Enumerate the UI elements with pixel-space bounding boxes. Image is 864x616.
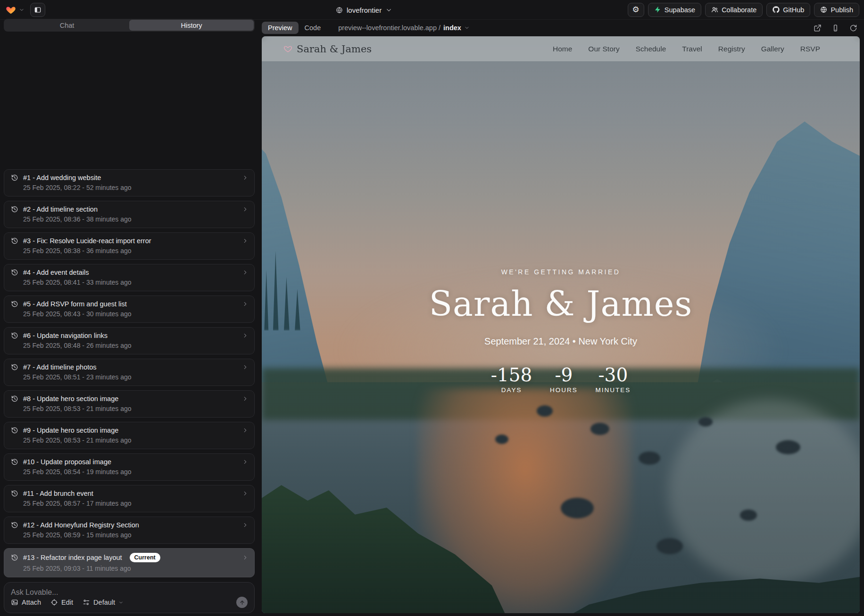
history-icon	[11, 237, 18, 245]
history-item[interactable]: #8 - Update hero section image 25 Feb 20…	[4, 390, 255, 418]
history-item-timestamp: 25 Feb 2025, 08:48 - 26 minutes ago	[23, 342, 249, 349]
globe-icon	[820, 6, 827, 13]
history-item-timestamp: 25 Feb 2025, 08:41 - 33 minutes ago	[23, 279, 249, 286]
countdown-item: -9 HOURS	[546, 366, 581, 394]
history-item-title: #12 - Add Honeyfund Registry Section	[23, 521, 139, 529]
mobile-view-icon[interactable]	[831, 24, 839, 32]
current-badge: Current	[130, 553, 160, 562]
mode-label: Default	[93, 599, 115, 606]
chat-composer: Attach Edit Default	[4, 582, 255, 613]
history-item[interactable]: #7 - Add timeline photos 25 Feb 2025, 08…	[4, 359, 255, 386]
publish-label: Publish	[831, 6, 853, 14]
attach-label: Attach	[22, 599, 41, 606]
tab-code[interactable]: Code	[299, 22, 327, 34]
countdown-label: HOURS	[546, 386, 581, 394]
history-item-header: #10 - Update proposal image	[11, 458, 249, 466]
collaborate-label: Collaborate	[722, 6, 756, 14]
history-item-timestamp: 25 Feb 2025, 08:38 - 36 minutes ago	[23, 247, 249, 255]
site-nav-link[interactable]: Our Story	[588, 45, 619, 53]
attach-button[interactable]: Attach	[11, 599, 41, 606]
history-item-title: #3 - Fix: Resolve Lucide-react import er…	[23, 237, 151, 245]
chevron-right-icon	[242, 554, 249, 561]
history-item[interactable]: #10 - Update proposal image 25 Feb 2025,…	[4, 453, 255, 481]
github-label: GitHub	[783, 6, 804, 14]
site-nav-link[interactable]: Gallery	[761, 45, 784, 53]
collaborate-button[interactable]: Collaborate	[705, 3, 763, 17]
history-item[interactable]: #12 - Add Honeyfund Registry Section 25 …	[4, 517, 255, 544]
edit-mode-button[interactable]: Edit	[50, 599, 73, 606]
history-item[interactable]: #13 - Refactor index page layout Current…	[4, 548, 255, 577]
history-item-header: #8 - Update hero section image	[11, 395, 249, 402]
site-nav-link[interactable]: RSVP	[800, 45, 820, 53]
history-item[interactable]: #1 - Add wedding website 25 Feb 2025, 08…	[4, 169, 255, 197]
history-item-timestamp: 25 Feb 2025, 08:36 - 38 minutes ago	[23, 215, 249, 223]
preview-url-selector[interactable]: preview--lovefrontier.lovable.app / inde…	[338, 24, 470, 32]
history-item[interactable]: #6 - Update navigation links 25 Feb 2025…	[4, 327, 255, 354]
tab-preview[interactable]: Preview	[262, 22, 299, 34]
history-item[interactable]: #4 - Add event details 25 Feb 2025, 08:4…	[4, 264, 255, 291]
supabase-bolt-icon	[654, 6, 661, 13]
history-item-header: #13 - Refactor index page layout Current	[11, 553, 249, 562]
sliders-icon	[83, 599, 90, 606]
settings-button[interactable]: ⚙	[628, 3, 644, 17]
history-item-title: #7 - Add timeline photos	[23, 363, 97, 371]
ask-lovable-input[interactable]	[11, 588, 248, 597]
history-item-title: #2 - Add timeline section	[23, 205, 98, 213]
history-icon	[11, 174, 18, 181]
history-item-title: #4 - Add event details	[23, 269, 89, 276]
refresh-icon[interactable]	[849, 24, 857, 32]
chevron-right-icon	[242, 459, 249, 465]
supabase-label: Supabase	[665, 6, 695, 14]
history-icon	[11, 427, 18, 434]
open-external-icon[interactable]	[814, 24, 822, 32]
hero-title: Sarah & James	[262, 287, 860, 321]
crosshair-icon	[50, 599, 58, 606]
history-item-header: #9 - Update hero section image	[11, 427, 249, 434]
wedding-site-preview: Sarah & James HomeOur StoryScheduleTrave…	[262, 36, 860, 613]
users-icon	[711, 6, 718, 13]
history-item-title: #10 - Update proposal image	[23, 458, 111, 466]
chat-sidebar: Chat History #1 - Add wedding website 25…	[4, 19, 255, 613]
gear-icon: ⚙	[632, 5, 640, 15]
history-item[interactable]: #5 - Add RSVP form and guest list 25 Feb…	[4, 296, 255, 323]
chevron-right-icon	[242, 395, 249, 402]
history-icon	[11, 554, 18, 561]
model-mode-selector[interactable]: Default	[83, 599, 124, 606]
lovable-menu[interactable]	[6, 5, 25, 15]
lovable-heart-logo-icon	[6, 5, 16, 15]
chevron-right-icon	[242, 206, 249, 213]
history-item[interactable]: #3 - Fix: Resolve Lucide-react import er…	[4, 232, 255, 260]
history-item-header: #6 - Update navigation links	[11, 332, 249, 339]
history-item[interactable]: #11 - Add brunch event 25 Feb 2025, 08:5…	[4, 485, 255, 512]
chevron-right-icon	[242, 238, 249, 244]
project-switcher[interactable]: lovefrontier	[336, 0, 392, 20]
history-item[interactable]: #9 - Update hero section image 25 Feb 20…	[4, 422, 255, 449]
site-nav-link[interactable]: Schedule	[636, 45, 666, 53]
preview-toolbar: Preview Code preview--lovefrontier.lovab…	[262, 20, 859, 36]
history-icon	[11, 300, 18, 308]
chevron-right-icon	[242, 174, 249, 181]
countdown-label: DAYS	[491, 386, 532, 394]
tab-chat[interactable]: Chat	[5, 20, 129, 31]
chevron-down-icon	[385, 7, 392, 14]
history-item-header: #7 - Add timeline photos	[11, 363, 249, 371]
toggle-sidebar-button[interactable]	[30, 3, 45, 17]
github-button[interactable]: GitHub	[766, 3, 810, 17]
supabase-button[interactable]: Supabase	[648, 3, 701, 17]
history-icon	[11, 269, 18, 276]
site-nav-link[interactable]: Travel	[682, 45, 702, 53]
site-nav-link[interactable]: Home	[553, 45, 572, 53]
history-item[interactable]: #2 - Add timeline section 25 Feb 2025, 0…	[4, 201, 255, 228]
chevron-down-icon	[464, 25, 470, 31]
site-nav-link[interactable]: Registry	[718, 45, 745, 53]
publish-button[interactable]: Publish	[814, 3, 859, 17]
heart-outline-icon	[283, 44, 292, 53]
history-item-header: #12 - Add Honeyfund Registry Section	[11, 521, 249, 529]
send-button[interactable]	[236, 597, 248, 608]
history-item-title: #6 - Update navigation links	[23, 332, 108, 339]
history-item-header: #5 - Add RSVP form and guest list	[11, 300, 249, 308]
site-logo[interactable]: Sarah & James	[283, 43, 372, 55]
chevron-down-icon	[19, 7, 25, 13]
app-topbar: lovefrontier ⚙ Supabase Collaborate GitH…	[0, 0, 864, 20]
tab-history[interactable]: History	[129, 20, 254, 31]
